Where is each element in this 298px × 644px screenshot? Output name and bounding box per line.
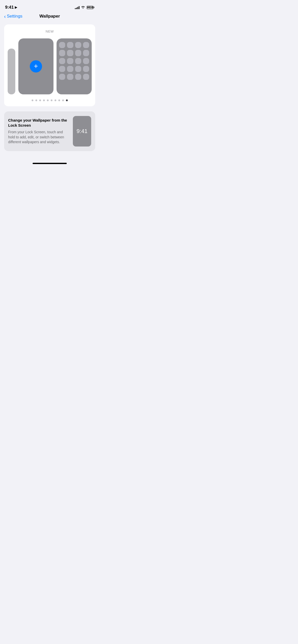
wifi-icon — [81, 5, 85, 9]
main-content: NEW + — [0, 22, 99, 159]
card-section-label: NEW — [8, 30, 91, 33]
app-icon — [59, 50, 65, 56]
pagination-dot-7[interactable] — [55, 99, 56, 101]
info-title: Change your Wallpaper from the Lock Scre… — [8, 118, 69, 128]
pagination-dot-3[interactable] — [39, 99, 41, 101]
app-icon — [75, 50, 81, 56]
pagination-dot-9[interactable] — [62, 99, 64, 101]
app-grid — [59, 42, 89, 80]
phone-mockups: + — [8, 38, 91, 94]
status-time: 9:41 ▶ — [5, 5, 17, 10]
info-text: Change your Wallpaper from the Lock Scre… — [8, 118, 69, 145]
status-bar: 9:41 ▶ 100 — [0, 0, 99, 13]
app-icon — [67, 50, 73, 56]
home-indicator[interactable] — [33, 163, 67, 164]
mini-lock-screen-preview: 9:41 — [73, 116, 91, 147]
pagination-dot-4[interactable] — [43, 99, 45, 101]
pagination-dot-6[interactable] — [51, 99, 52, 101]
battery-icon: 100 — [87, 6, 94, 9]
wallpaper-card: NEW + — [4, 24, 95, 106]
pagination-dots — [8, 99, 91, 101]
pagination-dot-2[interactable] — [35, 99, 37, 101]
app-icon — [59, 66, 65, 72]
app-icon — [75, 58, 81, 64]
mini-lock-time: 9:41 — [77, 128, 88, 135]
app-icon — [59, 58, 65, 64]
app-icon — [75, 42, 81, 48]
nav-bar: ‹ Settings Wallpaper — [0, 13, 99, 22]
location-icon: ▶ — [15, 6, 17, 9]
app-icon — [67, 66, 73, 72]
pagination-dot-1[interactable] — [32, 99, 33, 101]
app-icon — [75, 74, 81, 80]
app-icon — [67, 58, 73, 64]
app-icon — [83, 74, 89, 80]
back-chevron-icon: ‹ — [4, 14, 6, 19]
add-icon: + — [34, 63, 38, 70]
home-screen-phone[interactable] — [57, 38, 92, 94]
status-icons: 100 — [75, 5, 94, 9]
info-card: Change your Wallpaper from the Lock Scre… — [4, 111, 95, 151]
pagination-dot-8[interactable] — [58, 99, 60, 101]
back-button[interactable]: ‹ Settings — [4, 14, 22, 19]
time-display: 9:41 — [5, 5, 14, 10]
back-label: Settings — [7, 14, 22, 19]
app-icon — [67, 74, 73, 80]
phone-partial-preview — [8, 49, 15, 94]
app-icon — [59, 74, 65, 80]
pagination-dot-10[interactable] — [66, 99, 68, 101]
app-icon — [59, 42, 65, 48]
app-icon — [67, 42, 73, 48]
lock-screen-phone[interactable]: + — [18, 38, 53, 94]
signal-icon — [75, 6, 79, 9]
add-wallpaper-button[interactable]: + — [30, 60, 42, 72]
info-description: From your Lock Screen, touch and hold to… — [8, 130, 69, 145]
app-icon — [83, 42, 89, 48]
app-icon — [83, 66, 89, 72]
app-icon — [83, 58, 89, 64]
page-title: Wallpaper — [39, 14, 60, 19]
app-icon — [83, 50, 89, 56]
app-icon — [75, 66, 81, 72]
pagination-dot-5[interactable] — [47, 99, 49, 101]
